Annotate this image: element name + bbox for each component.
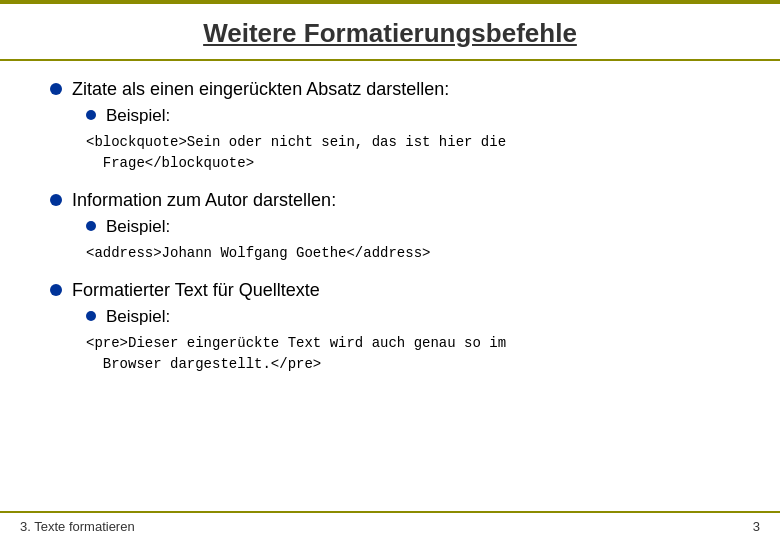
bullet-l1-text-3: Formatierter Text für Quelltexte	[72, 280, 320, 301]
bullet-dot-3	[50, 284, 62, 296]
bullet-l1-1: Zitate als einen eingerückten Absatz dar…	[50, 79, 730, 100]
slide-header: Weitere Formatierungsbefehle	[0, 4, 780, 61]
bullet-l1-text-1: Zitate als einen eingerückten Absatz dar…	[72, 79, 449, 100]
bullet-dot-1	[50, 83, 62, 95]
bullet-l2-text-3: Beispiel:	[106, 307, 170, 327]
code-block-3: <pre>Dieser eingerückte Text wird auch g…	[86, 333, 730, 375]
bullet-dot-l2-3	[86, 311, 96, 321]
bullet-l2-text-2: Beispiel:	[106, 217, 170, 237]
bullet-l2-1: Beispiel:	[86, 106, 730, 126]
section-3: Formatierter Text für Quelltexte Beispie…	[50, 280, 730, 375]
slide-footer: 3. Texte formatieren 3	[0, 511, 780, 540]
footer-left-text: 3. Texte formatieren	[20, 519, 135, 534]
bullet-l1-3: Formatierter Text für Quelltexte	[50, 280, 730, 301]
section-1: Zitate als einen eingerückten Absatz dar…	[50, 79, 730, 174]
bullet-l2-3: Beispiel:	[86, 307, 730, 327]
bullet-l1-2: Information zum Autor darstellen:	[50, 190, 730, 211]
footer-page-number: 3	[753, 519, 760, 534]
code-block-1: <blockquote>Sein oder nicht sein, das is…	[86, 132, 730, 174]
slide: Weitere Formatierungsbefehle Zitate als …	[0, 0, 780, 540]
slide-title: Weitere Formatierungsbefehle	[40, 18, 740, 49]
bullet-l1-text-2: Information zum Autor darstellen:	[72, 190, 336, 211]
section-2: Information zum Autor darstellen: Beispi…	[50, 190, 730, 264]
bullet-l2-text-1: Beispiel:	[106, 106, 170, 126]
bullet-dot-l2-1	[86, 110, 96, 120]
bullet-dot-2	[50, 194, 62, 206]
bullet-dot-l2-2	[86, 221, 96, 231]
code-block-2: <address>Johann Wolfgang Goethe</address…	[86, 243, 730, 264]
bullet-l2-2: Beispiel:	[86, 217, 730, 237]
slide-content: Zitate als einen eingerückten Absatz dar…	[0, 61, 780, 511]
